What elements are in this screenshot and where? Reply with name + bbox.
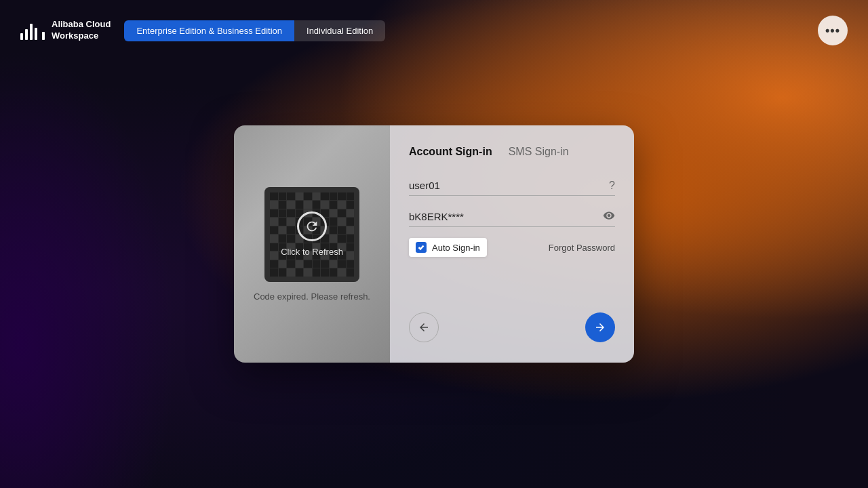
eye-icon[interactable] — [603, 209, 615, 224]
password-input[interactable] — [409, 207, 615, 227]
back-button[interactable] — [409, 312, 439, 342]
tab-enterprise[interactable]: Enterprise Edition & Business Edition — [124, 20, 294, 41]
qr-panel: Click to Refresh Code expired. Please re… — [234, 125, 390, 363]
sign-in-tabs: Account Sign-in SMS Sign-in — [409, 146, 615, 159]
more-button[interactable]: ••• — [818, 16, 848, 45]
logo: Alibaba Cloud Workspace — [20, 19, 111, 42]
form-actions — [409, 312, 615, 342]
options-row: Auto Sign-in Forgot Password — [409, 238, 615, 257]
help-icon[interactable]: ? — [609, 180, 615, 192]
login-dialog: Click to Refresh Code expired. Please re… — [234, 125, 634, 363]
forgot-password-link[interactable]: Forgot Password — [549, 243, 615, 253]
auto-signin-checkbox[interactable] — [416, 242, 427, 253]
qr-code[interactable]: Click to Refresh — [264, 187, 359, 282]
navbar: Alibaba Cloud Workspace Enterprise Editi… — [0, 0, 868, 61]
auto-signin-box: Auto Sign-in — [409, 238, 487, 257]
login-form-panel: Account Sign-in SMS Sign-in ? — [390, 125, 634, 363]
logo-icon — [20, 21, 45, 40]
tab-account-signin[interactable]: Account Sign-in — [409, 146, 492, 159]
expired-message: Code expired. Please refresh. — [254, 291, 370, 302]
auto-signin-label: Auto Sign-in — [432, 243, 480, 253]
edition-tabs: Enterprise Edition & Business Edition In… — [124, 20, 385, 41]
tab-individual[interactable]: Individual Edition — [294, 20, 385, 41]
back-arrow-icon — [418, 321, 430, 333]
username-input[interactable] — [409, 176, 615, 196]
next-arrow-icon — [594, 321, 606, 333]
logo-text: Alibaba Cloud Workspace — [52, 19, 111, 42]
click-refresh-text: Click to Refresh — [281, 247, 343, 257]
next-button[interactable] — [585, 312, 615, 342]
refresh-icon — [297, 211, 327, 241]
username-group: ? — [409, 176, 615, 196]
tab-sms-signin[interactable]: SMS Sign-in — [509, 146, 569, 159]
qr-overlay[interactable]: Click to Refresh — [264, 187, 359, 282]
password-group — [409, 207, 615, 227]
